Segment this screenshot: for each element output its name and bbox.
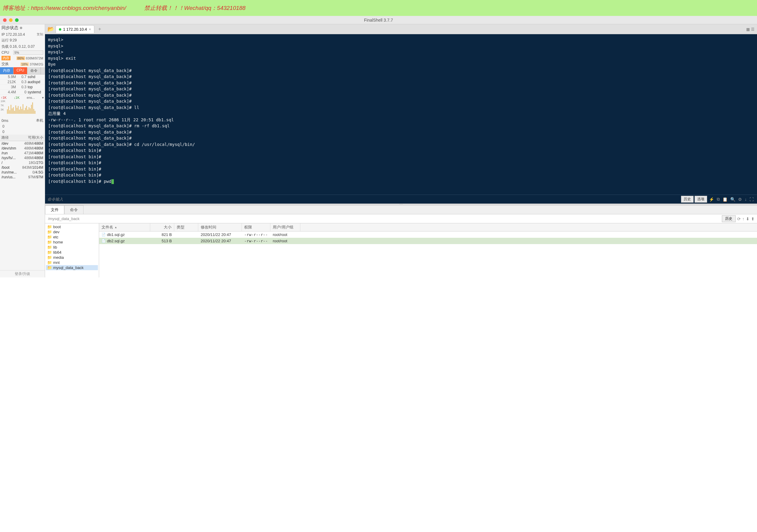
swap-label: 交换	[2, 62, 9, 67]
folder-icon: 📁	[47, 230, 52, 234]
status-sidebar: 同步状态 IP 172.20.10.4 复制 运行 9:29 负载 0.16, …	[0, 24, 45, 278]
tab-file[interactable]: 文件	[45, 205, 64, 214]
dropdown-icon[interactable]: ▾	[42, 96, 44, 100]
col-user-header[interactable]: 用户/用户组	[270, 223, 300, 231]
search-icon[interactable]: 🔍	[729, 197, 736, 202]
mem-row: 内存 86% 838M/972M	[0, 55, 45, 61]
mem-bar: 86% 838M/972M	[16, 56, 43, 60]
col-type-header[interactable]: 类型	[174, 223, 198, 231]
col-name-header[interactable]: 文件名 ▲	[99, 223, 150, 231]
list-layout-icon[interactable]: ☰	[751, 27, 755, 32]
disk-row[interactable]: /boot843M/1014M	[0, 165, 45, 170]
maximize-window-button[interactable]	[15, 18, 18, 22]
folder-tree-item[interactable]: 📁lib64	[46, 250, 98, 255]
chart-y-tick: 3K	[1, 108, 4, 111]
chart-bars	[7, 100, 44, 114]
disk-row[interactable]: /run/us...97M/97M	[0, 175, 45, 180]
folder-tree-item[interactable]: 📁boot	[46, 224, 98, 229]
process-row[interactable]: 5.9M0.7sshd	[0, 74, 45, 79]
folder-icon: 📁	[47, 255, 52, 260]
options-button[interactable]: 选项	[694, 196, 707, 203]
cpu-pct-bar: 5%	[13, 50, 43, 55]
col-size-header[interactable]: 大小	[150, 223, 174, 231]
disk-row[interactable]: /sys/fs/...486M/486M	[0, 156, 45, 160]
connection-tab-bar: 📂 1 172.20.10.4 × + ▦ ☰	[45, 24, 757, 34]
copy-ip-button[interactable]: 复制	[37, 32, 43, 37]
latency-value: 0ms	[2, 119, 9, 123]
download-icon[interactable]: ⬇	[746, 217, 749, 221]
history-button[interactable]: 历史	[681, 196, 694, 203]
terminal-output[interactable]: mysql> mysql> mysql> mysql> exit Bye [ro…	[45, 34, 757, 194]
folder-tree-item[interactable]: 📁etc	[46, 234, 98, 240]
minimize-window-button[interactable]	[9, 18, 13, 22]
folder-icon: 📁	[47, 235, 52, 239]
add-tab-button[interactable]: +	[96, 26, 103, 32]
mem-label: 内存	[2, 56, 11, 60]
latency-detail: 0	[0, 124, 45, 129]
tab-command[interactable]: 命令	[64, 205, 83, 214]
folder-tree: 📁boot 📁dev 📁etc 📁home 📁lib 📁lib64 📁media…	[45, 223, 99, 278]
load-value: 负载 0.16, 0.12, 0.07	[2, 44, 35, 49]
latency-host-label: 本机	[36, 118, 43, 123]
file-panel: 文件 命令 /mysql_data_back 历史 ⟳ ↑ ⬇ ⬆ 📁boot …	[45, 205, 757, 278]
mem-pct: 86%	[16, 56, 25, 60]
login-upgrade-button[interactable]: 登录/升级	[0, 270, 45, 278]
copy-icon[interactable]: ⧉	[716, 197, 721, 202]
connection-tab[interactable]: 1 172.20.10.4 ×	[56, 25, 94, 33]
process-row[interactable]: 3M0.3top	[0, 85, 45, 90]
disk-row[interactable]: /18G/27G	[0, 160, 45, 165]
process-row[interactable]: 4.4M0systemd	[0, 90, 45, 95]
upload-icon[interactable]: ⬆	[751, 217, 755, 221]
load-row: 负载 0.16, 0.12, 0.07	[0, 44, 45, 50]
tab-cpu[interactable]: CPU	[14, 67, 27, 74]
tab-command[interactable]: 命令	[27, 67, 41, 74]
col-date-header[interactable]: 修改时间	[198, 223, 242, 231]
grid-layout-icon[interactable]: ▦	[746, 27, 750, 32]
disk-row[interactable]: /dev/shm486M/486M	[0, 146, 45, 151]
close-tab-icon[interactable]: ×	[89, 27, 91, 32]
disk-size-header[interactable]: 可用/大小	[18, 135, 43, 140]
col-perm-header[interactable]: 权限	[242, 223, 270, 231]
folder-tree-item[interactable]: 📁mysql_data_back	[46, 265, 98, 270]
refresh-icon[interactable]: ⟳	[737, 217, 741, 221]
network-chart: ↑1K ↓1K ens...▾ 10K 7K 3K	[0, 95, 45, 117]
process-row[interactable]: 212K0.3audispd	[0, 79, 45, 85]
folder-tree-item[interactable]: 📁dev	[46, 229, 98, 234]
repost-warning: 禁止转载！！！Wechat/qq：543210188	[144, 4, 246, 12]
folder-tree-item[interactable]: 📁media	[46, 255, 98, 260]
settings-icon[interactable]: ⚙	[737, 197, 743, 202]
file-list-header: 文件名 ▲ 大小 类型 修改时间 权限 用户/用户组	[99, 223, 757, 231]
download-icon[interactable]: ↓	[744, 197, 748, 202]
disk-header: 路径 可用/大小	[0, 134, 45, 141]
lightning-icon[interactable]: ⚡	[708, 197, 715, 202]
net-iface[interactable]: ens...	[27, 96, 35, 100]
path-input[interactable]: /mysql_data_back	[47, 216, 719, 222]
folder-tree-item[interactable]: 📁lib	[46, 245, 98, 250]
file-body: 📁boot 📁dev 📁etc 📁home 📁lib 📁lib64 📁media…	[45, 223, 757, 278]
file-row[interactable]: 📄db2.sql.gz 513 B 2020/11/22 20:47 -rw-r…	[99, 238, 757, 244]
swap-value: 376M/2G	[30, 62, 43, 66]
cpu-row: CPU 5%	[0, 50, 45, 55]
folder-tree-item[interactable]: 📁home	[46, 240, 98, 245]
fullscreen-icon[interactable]: ⛶	[748, 197, 755, 202]
open-folder-icon[interactable]: 📂	[47, 26, 54, 32]
folder-tree-item[interactable]: 📁mnt	[46, 260, 98, 265]
folder-icon: 📁	[47, 224, 52, 229]
folder-icon: 📁	[47, 245, 52, 250]
file-row[interactable]: 📄db1.sql.gz 821 B 2020/11/22 20:47 -rw-r…	[99, 231, 757, 238]
chart-y-tick: 7K	[1, 104, 4, 107]
net-up-value: ↑1K	[1, 96, 7, 100]
up-arrow-icon[interactable]: ↑	[742, 217, 744, 221]
disk-row[interactable]: /run471M/486M	[0, 151, 45, 156]
tab-memory[interactable]: 内存	[0, 67, 14, 74]
latency-detail: 0	[0, 129, 45, 134]
command-input[interactable]: 命令输入	[47, 197, 679, 202]
disk-row[interactable]: /run/me...0/4.5G	[0, 170, 45, 175]
paste-icon[interactable]: 📋	[721, 197, 728, 202]
close-window-button[interactable]	[3, 18, 7, 22]
disk-row[interactable]: /dev469M/486M	[0, 141, 45, 146]
command-input-bar: 命令输入 历史 选项 ⚡ ⧉ 📋 🔍 ⚙ ↓ ⛶	[45, 194, 757, 204]
swap-pct: 18%	[20, 62, 29, 66]
disk-path-header[interactable]: 路径	[2, 135, 18, 140]
path-history-button[interactable]: 历史	[722, 215, 736, 222]
